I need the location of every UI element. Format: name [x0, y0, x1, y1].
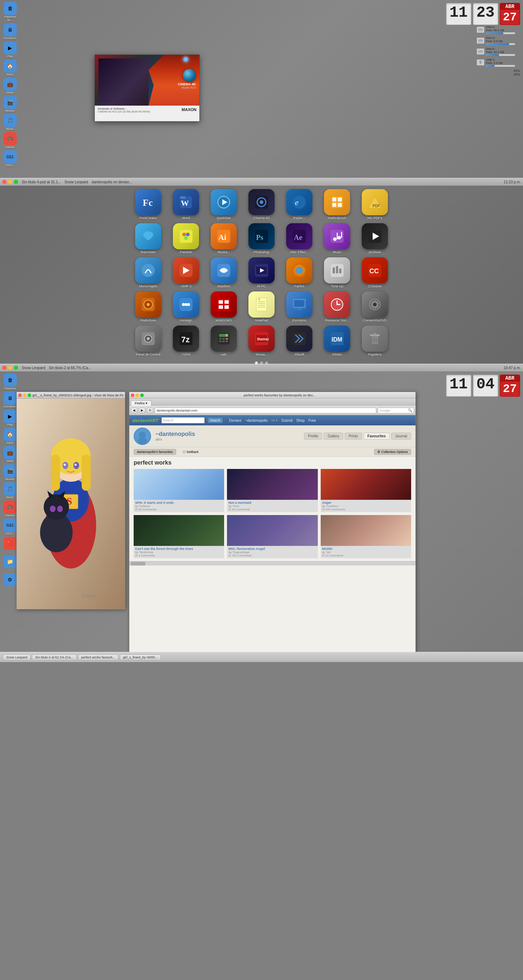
app-notepad[interactable]: NotePad	[243, 290, 280, 323]
app-windows[interactable]: WINDOWS	[206, 290, 242, 323]
app-photoshop[interactable]: Ps Photoshop	[243, 222, 280, 255]
pv-max-btn[interactable]	[28, 393, 31, 397]
pv-min-btn[interactable]	[23, 393, 27, 397]
tb1-maximize-btn[interactable]	[14, 180, 18, 184]
da-collection-options-btn[interactable]: ⚙ Collection Options	[374, 449, 411, 455]
tb2-tab2[interactable]: Sin titulo-2 al 66.7% (Ca...	[49, 366, 91, 370]
da-nav-username[interactable]: ~dantenopolis	[245, 418, 268, 423]
browser-back-btn[interactable]: ◀	[131, 407, 137, 414]
da-setback-btn[interactable]: ☑ SetBack	[183, 450, 199, 454]
app-7zfm[interactable]: 7z 7zFM	[168, 325, 204, 357]
app-convertxto[interactable]: ConvertXtoDVD	[357, 290, 393, 323]
tb2-maximize-btn[interactable]	[14, 366, 18, 370]
browser-search-box[interactable]: Google 🔍	[378, 407, 414, 414]
app-papelera[interactable]: Papelera	[357, 325, 393, 357]
app-aimp3[interactable]: AIMP 3	[168, 256, 204, 289]
tb1-tab1[interactable]: Sin titulo-4.psd at 31.1...	[22, 180, 61, 184]
app-microangelo[interactable]: MicroAngelo	[130, 256, 166, 289]
sidebar-icon-6[interactable]: 🎬 Movies	[2, 96, 19, 113]
app-mathcalc[interactable]: Mathcalcosh	[319, 188, 355, 221]
tb1-tab2[interactable]: Snow Leopard	[65, 180, 88, 184]
app-themes[interactable]: themes. Temas...	[243, 325, 280, 357]
app-fontcreator[interactable]: Fc FontCreator	[130, 188, 166, 221]
sidebar-icon-3[interactable]: ▶ Play	[2, 41, 19, 58]
browser-close-btn[interactable]	[131, 393, 134, 397]
app-radiosure[interactable]: RadioSure	[130, 290, 166, 323]
app-panelcontrol[interactable]: Panel de Control	[130, 325, 166, 357]
sidebar-icon-7[interactable]: 🎵 Music	[2, 114, 19, 130]
da-tab-profile[interactable]: Profile	[304, 433, 322, 439]
pv-close-btn[interactable]	[18, 393, 22, 397]
browser-active-tab[interactable]: Firefox ▾	[131, 400, 151, 406]
app-ccleaner[interactable]: CC CCleaner	[357, 256, 393, 289]
s3-sidebar-icon-1[interactable]: 🗑 Papelera	[2, 374, 19, 390]
da-scrollbar[interactable]	[129, 561, 416, 565]
windows-label: WINDOWS	[215, 319, 232, 322]
fairfox-icon	[286, 257, 313, 283]
tb1-close-btn[interactable]	[2, 180, 6, 184]
btb-item-3[interactable]: perfect works favourit...	[78, 654, 118, 660]
tb2-minimize-btn[interactable]	[8, 366, 12, 370]
tb2-close-btn[interactable]	[2, 366, 6, 370]
browser-min-btn[interactable]	[136, 393, 139, 397]
da-favourites-label[interactable]: dantenopolis's favourites	[134, 449, 176, 455]
da-username[interactable]: ~dantenopolis	[155, 431, 195, 438]
app-music[interactable]: Music	[319, 222, 355, 255]
da-gallery-item-4[interactable]: Can't see the forest through the trees b…	[134, 515, 224, 558]
app-ie[interactable]: e Explor...	[281, 188, 317, 221]
btb-item-4[interactable]: girl_s_finest_by r6655...	[120, 654, 161, 660]
app-idman[interactable]: IDM IDMan	[319, 325, 355, 357]
da-comments-5: ⊡ 701 Comments	[228, 554, 316, 557]
sidebar-icon-1[interactable]: 🗑 Papelera de...	[2, 2, 19, 22]
da-nav-shop[interactable]: Shop	[297, 418, 305, 423]
app-word[interactable]: W Word	[168, 188, 204, 221]
app-cinema4d[interactable]: Cinema-4D	[243, 188, 280, 221]
sidebar-icon-9[interactable]: GS1 GS1...	[2, 150, 19, 167]
tb2-tab1[interactable]: Snow Leopard	[22, 366, 45, 370]
da-tab-journal[interactable]: Journal	[391, 433, 411, 439]
da-caption-2: Not a mermaid by *0mir ⊡ 53 Comments	[227, 500, 317, 512]
da-nav-deviant[interactable]: Deviant	[229, 418, 242, 423]
tb1-tab3[interactable]: dantenopolis on devian...	[91, 180, 132, 184]
btb-item-1[interactable]: Snow Leopard	[3, 654, 30, 660]
sidebar-icon-2[interactable]: 🖥 Escritorio	[2, 23, 19, 40]
app-mixpdf[interactable]: PDF Mix PDF's	[357, 188, 393, 221]
app-maxthon[interactable]: Maxthon	[206, 256, 242, 289]
browser-refresh-btn[interactable]: ↻	[147, 407, 153, 414]
da-gallery-item-2[interactable]: Not a mermaid by *0mir ⊡ 53 Comments	[227, 469, 317, 512]
app-fairfox[interactable]: Fairfox	[281, 256, 317, 289]
tb1-minimize-btn[interactable]	[8, 180, 12, 184]
da-nav-submit[interactable]: Submit	[281, 418, 293, 423]
da-gallery-item-3[interactable]: Anger by *vuellinov ⊡ 470 Comments	[321, 469, 411, 512]
svg-point-40	[337, 236, 341, 240]
da-nav-free[interactable]: Free	[308, 418, 316, 423]
app-tuneup[interactable]: Tune Up	[319, 256, 355, 289]
app-rainmeter[interactable]: Rainmeter	[130, 222, 166, 255]
browser-forward-btn[interactable]: ▶	[139, 407, 145, 414]
app-quicktime[interactable]: QuickSee	[206, 188, 242, 221]
app-painter[interactable]: Painterb	[168, 222, 204, 255]
app-timemachine[interactable]: Restaurar Sist...	[319, 290, 355, 323]
da-gallery-item-6[interactable]: Mishki by *art ⊡ 12 Comments	[321, 515, 411, 558]
browser-max-btn[interactable]	[140, 393, 144, 397]
sidebar-icon-4[interactable]: 🏠 Inicio	[2, 59, 19, 76]
da-tab-prints[interactable]: Prints	[345, 433, 362, 439]
da-gallery-item-1[interactable]: SPN: it starts and it ends by *brittmat …	[134, 469, 224, 512]
app-xilisoft[interactable]: Xilisoft	[281, 325, 317, 357]
app-messenger[interactable]: msnsign	[168, 290, 204, 323]
da-tab-gallery[interactable]: Gallery	[324, 433, 343, 439]
sidebar-icon-8[interactable]: 🎮 Games	[2, 132, 19, 149]
da-search-btn[interactable]: Search	[208, 418, 223, 423]
da-gallery-item-5[interactable]: MtG: Restoration Angel by *Eigenpfluger …	[227, 515, 317, 558]
app-escritorio[interactable]: Escritorio	[281, 290, 317, 323]
app-mpc[interactable]: M-PC	[243, 256, 280, 289]
btb-item-2[interactable]: Sin titulo-2 al 62.1% (Ca...	[32, 654, 77, 660]
app-aftereffects[interactable]: Ae After Effect...	[281, 222, 317, 255]
app-calc[interactable]: 0 calc	[206, 325, 242, 357]
app-illustrator[interactable]: Ai Illustra...	[206, 222, 242, 255]
sidebar-icon-5[interactable]: 💼 Work	[2, 78, 19, 94]
app-picshow[interactable]: picshow	[357, 222, 393, 255]
browser-url-bar[interactable]: dantenopolis.deviantart.com	[155, 407, 376, 414]
da-tab-favourites[interactable]: Favourites	[364, 433, 390, 439]
da-search-bar[interactable]: Search	[161, 417, 205, 423]
